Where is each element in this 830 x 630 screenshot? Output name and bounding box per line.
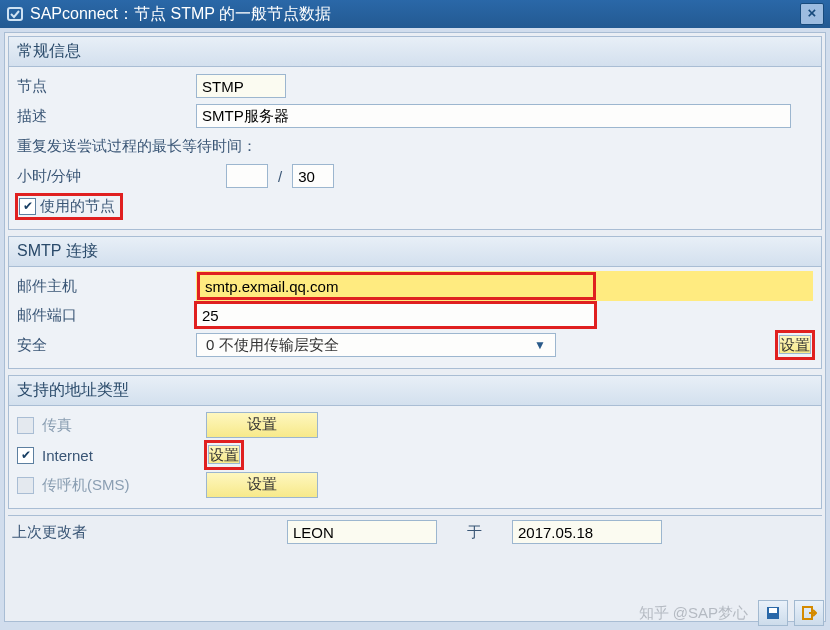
dialog-window: SAPconnect：节点 STMP 的一般节点数据 × 常规信息 节点 描述 … bbox=[0, 0, 830, 630]
footer-bar: 上次更改者 于 bbox=[8, 515, 822, 548]
used-node-checkbox[interactable] bbox=[19, 198, 36, 215]
port-label: 邮件端口 bbox=[17, 306, 192, 325]
sms-checkbox bbox=[17, 477, 34, 494]
security-dropdown[interactable]: 0 不使用传输层安全 ▼ bbox=[196, 333, 556, 357]
host-yellow-band bbox=[196, 271, 813, 301]
internet-checkbox[interactable] bbox=[17, 447, 34, 464]
last-changed-date bbox=[512, 520, 662, 544]
fax-settings-button[interactable]: 设置 bbox=[206, 412, 318, 438]
client-area: 常规信息 节点 描述 重复发送尝试过程的最长等待时间： 小时/分钟 / bbox=[4, 32, 826, 622]
group-general: 常规信息 节点 描述 重复发送尝试过程的最长等待时间： 小时/分钟 / bbox=[8, 36, 822, 230]
retry-label: 重复发送尝试过程的最长等待时间： bbox=[17, 137, 257, 156]
internet-settings-button[interactable]: 设置 bbox=[208, 445, 240, 464]
svg-rect-0 bbox=[8, 8, 22, 20]
smtp-settings-button[interactable]: 设置 bbox=[779, 335, 811, 354]
status-icon-exit[interactable] bbox=[794, 600, 824, 626]
used-node-label: 使用的节点 bbox=[40, 197, 115, 216]
sms-label: 传呼机(SMS) bbox=[42, 476, 202, 495]
used-node-checkbox-row: 使用的节点 bbox=[17, 195, 121, 218]
slash-sep: / bbox=[272, 168, 288, 185]
chevron-down-icon: ▼ bbox=[534, 338, 550, 352]
port-field[interactable] bbox=[196, 303, 595, 327]
sap-icon bbox=[6, 5, 24, 23]
last-changed-user bbox=[287, 520, 437, 544]
desc-field[interactable] bbox=[196, 104, 791, 128]
host-label: 邮件主机 bbox=[17, 277, 192, 296]
group-smtp: SMTP 连接 邮件主机 邮件端口 bbox=[8, 236, 822, 369]
node-label: 节点 bbox=[17, 77, 192, 96]
host-field[interactable] bbox=[199, 274, 594, 298]
sms-settings-button[interactable]: 设置 bbox=[206, 472, 318, 498]
svg-rect-2 bbox=[769, 608, 777, 613]
close-icon[interactable]: × bbox=[800, 3, 824, 25]
group-smtp-head: SMTP 连接 bbox=[9, 237, 821, 267]
internet-label: Internet bbox=[42, 447, 202, 464]
group-addr-head: 支持的地址类型 bbox=[9, 376, 821, 406]
last-changed-label: 上次更改者 bbox=[12, 523, 287, 542]
group-addr: 支持的地址类型 传真 设置 Internet 设置 传呼机(SMS) bbox=[8, 375, 822, 509]
fax-checkbox bbox=[17, 417, 34, 434]
group-general-head: 常规信息 bbox=[9, 37, 821, 67]
on-label: 于 bbox=[437, 523, 512, 542]
titlebar: SAPconnect：节点 STMP 的一般节点数据 × bbox=[0, 0, 830, 28]
minutes-field[interactable] bbox=[292, 164, 334, 188]
window-title: SAPconnect：节点 STMP 的一般节点数据 bbox=[30, 0, 800, 28]
watermark-text: 知乎 @SAP梦心 bbox=[639, 604, 748, 623]
node-field[interactable] bbox=[196, 74, 286, 98]
statusbar: 知乎 @SAP梦心 bbox=[639, 600, 824, 626]
hhmm-label: 小时/分钟 bbox=[17, 167, 222, 186]
status-icon-save[interactable] bbox=[758, 600, 788, 626]
security-label: 安全 bbox=[17, 336, 192, 355]
hours-field[interactable] bbox=[226, 164, 268, 188]
security-value: 0 不使用传输层安全 bbox=[202, 336, 534, 355]
desc-label: 描述 bbox=[17, 107, 192, 126]
fax-label: 传真 bbox=[42, 416, 202, 435]
